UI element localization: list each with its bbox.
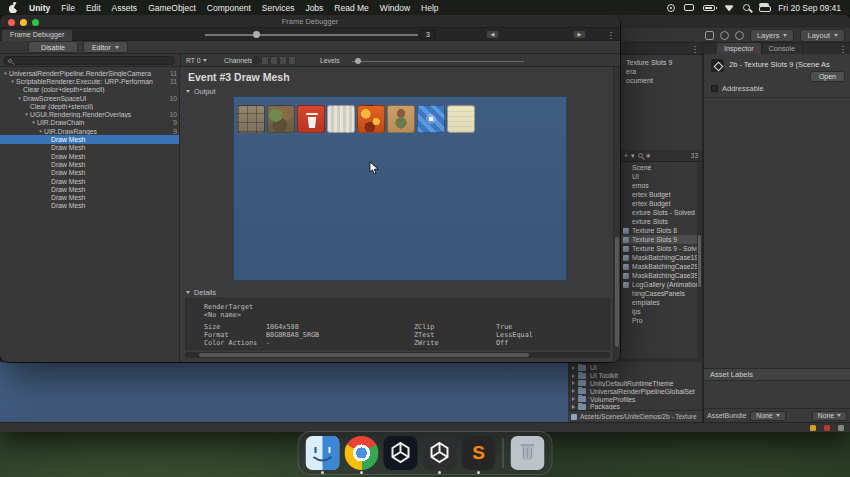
frame-debugger-titlebar[interactable]: Frame Debugger <box>0 15 620 28</box>
tab-frame-debugger[interactable]: Frame Debugger <box>2 30 72 41</box>
project-item[interactable]: ips <box>620 307 702 316</box>
control-center-icon[interactable] <box>759 3 769 12</box>
event-tree-row[interactable]: Clear (color+depth+stencil) <box>0 86 179 94</box>
search-input[interactable] <box>3 56 175 65</box>
vertical-scrollbar[interactable] <box>613 67 620 362</box>
panel-menu-icon[interactable]: ⋮ <box>607 29 616 41</box>
event-slider-track[interactable] <box>205 34 418 36</box>
event-tree-row[interactable]: Draw Mesh <box>0 152 179 160</box>
project-item[interactable]: LogGallery (Animation, D <box>620 280 702 289</box>
event-tree-row[interactable]: ▼ UGUI.Rendering.RenderOverlays 10 <box>0 110 179 118</box>
levels-slider-track[interactable] <box>352 61 524 63</box>
project-item[interactable]: MaskBatchingCase2Sce <box>620 262 702 271</box>
layout-dropdown[interactable]: Layout <box>800 29 845 42</box>
event-tree-row[interactable]: Draw Mesh <box>0 135 179 143</box>
scrollbar-thumb[interactable] <box>698 235 701 287</box>
folder-caret-icon[interactable] <box>572 389 575 393</box>
tab-inspector[interactable]: Inspector <box>717 43 762 54</box>
menubar-clock[interactable]: Fri 20 Sep 09:41 <box>778 3 841 13</box>
create-plus-icon[interactable]: + <box>624 152 628 159</box>
layers-dropdown[interactable]: Layers <box>750 29 795 42</box>
asset-labels-header[interactable]: Asset Labels <box>704 368 850 381</box>
assetbundle-variant-dropdown[interactable]: None <box>812 411 847 421</box>
menubar-item[interactable]: Component <box>207 3 251 13</box>
project-folder-row[interactable]: UnityDefaultRuntimeTheme <box>568 380 702 388</box>
event-tree-row[interactable]: Draw Mesh <box>0 144 179 152</box>
menubar-app-name[interactable]: Unity <box>29 3 50 13</box>
previous-event-button[interactable]: ◀ <box>486 30 499 39</box>
menubar-item[interactable]: Edit <box>86 3 101 13</box>
project-folder-row[interactable]: UniversalRenderPipelineGlobalSet <box>568 387 702 395</box>
project-folder-row[interactable]: Packages <box>568 403 702 410</box>
project-folder-row[interactable]: UI <box>568 364 702 372</box>
scrollbar-thumb[interactable] <box>615 237 619 347</box>
foldout-arrow-icon[interactable]: ▼ <box>16 96 23 101</box>
project-item[interactable]: Pro <box>620 316 702 325</box>
status-activity-icon[interactable] <box>838 425 844 431</box>
wifi-icon[interactable] <box>724 4 734 12</box>
apple-logo-icon[interactable] <box>9 3 18 13</box>
levels-slider-handle[interactable] <box>355 58 361 64</box>
channel-button[interactable] <box>279 56 287 65</box>
foldout-arrow-icon[interactable]: ▼ <box>30 120 37 125</box>
channel-button[interactable] <box>252 56 260 65</box>
foldout-arrow-icon[interactable]: ▼ <box>37 129 44 134</box>
chrome-dock-icon[interactable] <box>345 436 379 470</box>
battery-icon[interactable] <box>703 5 715 11</box>
event-number-field[interactable]: 3 <box>420 30 436 39</box>
project-item[interactable]: Scene <box>620 163 702 172</box>
event-tree-row[interactable]: Draw Mesh <box>0 177 179 185</box>
channel-button[interactable] <box>261 56 269 65</box>
status-error-icon[interactable] <box>824 425 830 431</box>
folder-caret-icon[interactable] <box>572 374 575 378</box>
project-item[interactable]: MaskBatchingCase1Scen <box>620 253 702 262</box>
account-icon[interactable] <box>720 31 729 40</box>
menubar-item[interactable]: Read Me <box>334 3 369 13</box>
event-tree-row[interactable]: ▼ UIR.DrawChain 9 <box>0 119 179 127</box>
event-tree-row[interactable]: Draw Mesh <box>0 202 179 210</box>
project-item[interactable]: exture Slots <box>620 217 702 226</box>
trash-dock-icon[interactable] <box>511 436 545 470</box>
channel-button[interactable] <box>288 56 296 65</box>
project-item[interactable]: emos <box>620 181 702 190</box>
folder-caret-icon[interactable] <box>572 381 575 385</box>
display-icon[interactable] <box>684 4 694 11</box>
event-tree-row[interactable]: Clear (depth+stencil) <box>0 102 179 110</box>
project-item[interactable]: Texture Slots 9 - Solved <box>620 244 702 253</box>
next-event-button[interactable]: ▶ <box>573 30 586 39</box>
sublime-text-dock-icon[interactable]: S <box>462 436 496 470</box>
menubar-item[interactable]: File <box>61 3 75 13</box>
project-scrollbar[interactable] <box>697 163 702 358</box>
menubar-item[interactable]: Assets <box>112 3 138 13</box>
foldout-arrow-icon[interactable]: ▼ <box>9 79 16 84</box>
folder-caret-icon[interactable] <box>572 366 575 370</box>
finder-dock-icon[interactable] <box>306 436 340 470</box>
event-tree-row[interactable]: ▼ UniversalRenderPipeline.RenderSingleCa… <box>0 69 179 77</box>
menubar-item[interactable]: Window <box>380 3 410 13</box>
event-tree-row[interactable]: Draw Mesh <box>0 193 179 201</box>
addressable-checkbox[interactable] <box>711 85 718 92</box>
project-item[interactable]: exture Slots - Solved <box>620 208 702 217</box>
panel-menu-icon[interactable]: ⋮ <box>691 43 700 55</box>
favorites-star-icon[interactable]: ∗ <box>646 152 652 160</box>
hierarchy-item[interactable]: Texture Slots 9 <box>620 58 702 67</box>
grid-icon[interactable] <box>705 31 714 40</box>
spotlight-icon[interactable] <box>743 4 750 11</box>
breadcrumb[interactable]: Assets/Scenes/UniteDemos/2b - Texture <box>580 413 697 420</box>
disable-button[interactable]: Disable <box>28 41 78 53</box>
hierarchy-item[interactable]: ocument <box>620 76 702 85</box>
event-tree-row[interactable]: Draw Mesh <box>0 160 179 168</box>
target-selector-dropdown[interactable]: Editor <box>83 41 128 53</box>
foldout-arrow-icon[interactable]: ▼ <box>2 71 9 76</box>
project-item[interactable]: UI <box>620 172 702 181</box>
folder-caret-icon[interactable] <box>572 397 575 401</box>
menubar-item[interactable]: Services <box>262 3 295 13</box>
menubar-item[interactable]: Jobs <box>305 3 323 13</box>
foldout-arrow-icon[interactable]: ▼ <box>23 112 30 117</box>
scrollbar-thumb[interactable] <box>199 353 529 357</box>
event-tree-row[interactable]: Draw Mesh <box>0 185 179 193</box>
channel-button[interactable] <box>270 56 278 65</box>
render-target-dropdown[interactable]: RT 0 <box>186 57 207 64</box>
event-tree-row[interactable]: Draw Mesh <box>0 169 179 177</box>
search-icon[interactable] <box>638 153 643 158</box>
